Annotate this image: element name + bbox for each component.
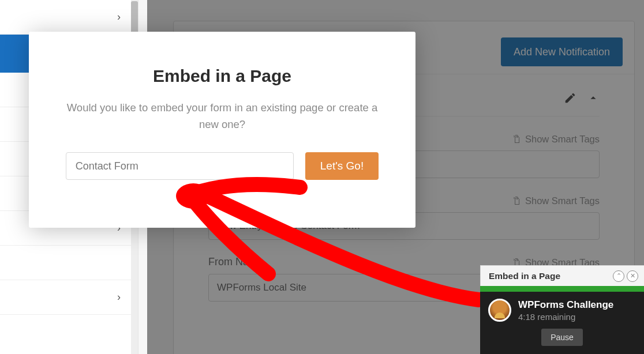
scrollbar-thumb[interactable]: [131, 1, 138, 36]
modal-title: Embed in a Page: [58, 66, 387, 86]
chevron-right-icon: ›: [117, 291, 121, 303]
widget-body: WPForms Challenge 4:18 remaining Pause: [480, 292, 644, 354]
widget-header-title: Embed in a Page: [489, 271, 560, 281]
widget-time-remaining: 4:18 remaining: [518, 312, 613, 322]
pause-button[interactable]: Pause: [541, 329, 583, 346]
minimize-icon[interactable]: ⌃: [613, 270, 624, 282]
lets-go-button[interactable]: Let's Go!: [305, 152, 379, 180]
challenge-widget: Embed in a Page ⌃ ✕ WPForms Challenge 4:…: [480, 265, 644, 354]
progress-bar: [480, 286, 644, 292]
chevron-right-icon: ›: [117, 11, 121, 23]
sidebar-item[interactable]: ›: [0, 0, 138, 35]
wpforms-mascot-icon: [488, 299, 511, 322]
modal-body: Would you like to embed your form in an …: [61, 100, 384, 133]
widget-title: WPForms Challenge: [518, 299, 613, 311]
sidebar-item[interactable]: [0, 246, 138, 280]
embed-modal: Embed in a Page Would you like to embed …: [29, 32, 415, 228]
page-name-input[interactable]: [66, 152, 294, 180]
widget-header: Embed in a Page ⌃ ✕: [480, 265, 644, 286]
sidebar-item[interactable]: ›: [0, 280, 138, 315]
close-icon[interactable]: ✕: [627, 270, 638, 282]
